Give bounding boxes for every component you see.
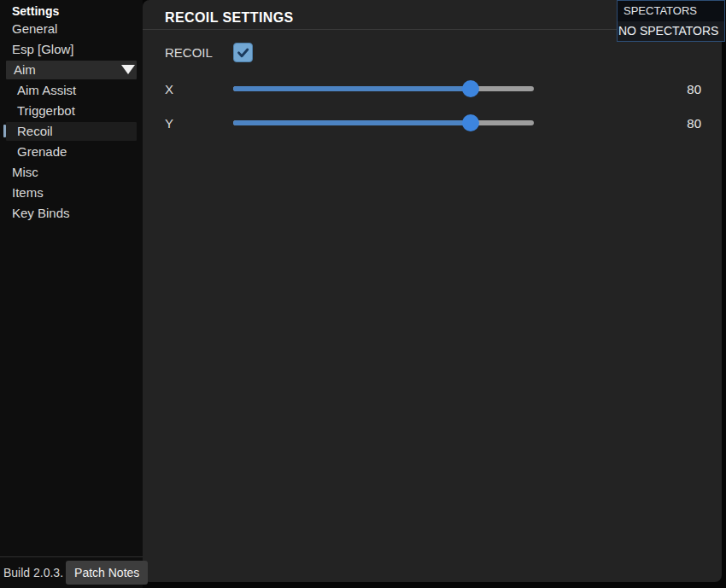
sidebar: Settings General Esp [Glow] Aim Aim Assi… <box>0 0 143 588</box>
sidebar-item-aim[interactable]: Aim <box>6 61 137 79</box>
checkmark-icon <box>236 45 250 60</box>
sidebar-item-items[interactable]: Items <box>0 183 143 203</box>
slider-fill <box>233 86 471 91</box>
sidebar-item-label: Esp [Glow] <box>12 42 74 56</box>
sidebar-item-label: Key Binds <box>12 206 70 220</box>
sliders-section: X 80 Y 80 <box>165 72 701 140</box>
sidebar-nav: General Esp [Glow] Aim Aim Assist Trigge… <box>0 19 143 224</box>
sidebar-item-label: Aim Assist <box>17 83 76 97</box>
sidebar-item-misc[interactable]: Misc <box>0 162 143 183</box>
build-label: Build 2.0.3. <box>3 566 63 579</box>
recoil-label: RECOIL <box>165 45 233 60</box>
slider-row: Y 80 <box>165 106 701 140</box>
sidebar-item-label: Recoil <box>17 124 53 138</box>
sidebar-item-label: Items <box>12 185 44 200</box>
slider-thumb[interactable] <box>462 80 479 97</box>
slider-fill <box>233 120 471 125</box>
slider-track[interactable] <box>233 120 534 125</box>
active-item-indicator <box>3 125 6 137</box>
slider-value: 80 <box>534 116 701 131</box>
spectators-panel: SPECTATORS NO SPECTATORS <box>617 0 725 42</box>
sidebar-item-label: Aim <box>14 62 36 77</box>
slider-row: X 80 <box>165 72 701 106</box>
recoil-checkbox[interactable] <box>233 43 253 62</box>
sidebar-item-triggerbot[interactable]: Triggerbot <box>0 101 143 121</box>
app-window: Settings General Esp [Glow] Aim Aim Assi… <box>0 0 726 588</box>
page-title: RECOIL SETTINGS <box>165 10 294 26</box>
slider-thumb[interactable] <box>462 114 479 131</box>
sidebar-item-general[interactable]: General <box>0 19 143 39</box>
sidebar-item-recoil[interactable]: Recoil <box>6 122 137 141</box>
recoil-setting-row: RECOIL <box>165 40 253 64</box>
sidebar-item-aim-assist[interactable]: Aim Assist <box>0 80 143 101</box>
slider[interactable] <box>233 80 534 97</box>
sidebar-item-grenade[interactable]: Grenade <box>0 142 143 162</box>
sidebar-item-label: Triggerbot <box>17 103 75 118</box>
sidebar-item-key-binds[interactable]: Key Binds <box>0 203 143 224</box>
sidebar-item-label: Misc <box>12 165 38 179</box>
spectators-list-item: NO SPECTATORS <box>618 21 724 41</box>
sidebar-item-esp-glow[interactable]: Esp [Glow] <box>0 39 143 60</box>
slider-label: Y <box>165 116 233 131</box>
sidebar-footer: Build 2.0.3. Patch Notes <box>0 556 143 588</box>
patch-notes-button[interactable]: Patch Notes <box>66 561 148 585</box>
sidebar-item-label: General <box>12 21 57 36</box>
chevron-down-icon <box>121 65 135 74</box>
slider-track[interactable] <box>233 86 534 91</box>
slider-label: X <box>165 82 233 96</box>
spectators-title: SPECTATORS <box>618 1 724 21</box>
slider-value: 80 <box>534 82 701 96</box>
sidebar-title: Settings <box>12 3 59 19</box>
main-panel: RECOIL SETTINGS RECOIL X 80 Y <box>143 0 722 582</box>
slider[interactable] <box>233 114 534 131</box>
sidebar-item-label: Grenade <box>17 144 67 159</box>
